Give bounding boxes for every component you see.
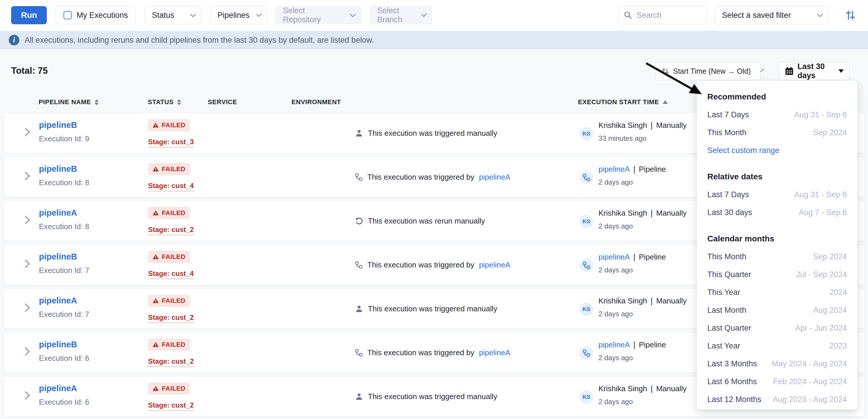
chevron-down-icon	[256, 11, 261, 17]
pipeline-name-link[interactable]: pipelineA	[39, 296, 77, 305]
menu-item-last-3-months[interactable]: Last 3 MonthsMay 2024 - Aug 2024	[707, 355, 847, 373]
expand-row-chevron-icon[interactable]	[21, 260, 30, 268]
menu-item-last-12-months[interactable]: Last 12 MonthsAug 2023 - Aug 2024	[707, 391, 847, 409]
starter-pipeline-link[interactable]: pipelineA	[598, 253, 630, 262]
failed-stage-link[interactable]: Stage: cust_2	[148, 401, 194, 411]
menu-item-last-6-months[interactable]: Last 6 MonthsFeb 2024 - Aug 2024	[707, 373, 847, 391]
menu-item-last-30-days[interactable]: Last 30 daysAug 7 - Sep 6	[707, 204, 847, 222]
menu-item-this-quarter[interactable]: This QuarterJul - Sep 2024	[707, 266, 847, 284]
select-branch-dropdown[interactable]: Select Branch	[370, 6, 432, 24]
my-executions-filter[interactable]: My Executions	[56, 6, 136, 24]
user-avatar: KS	[580, 127, 593, 140]
pipeline-name-link[interactable]: pipelineA	[39, 208, 77, 218]
trigger-info: This execution was triggered manually	[355, 304, 497, 313]
starter-pipeline-link[interactable]: pipelineA	[598, 165, 630, 174]
menu-section-header-relative-dates: Relative dates	[707, 168, 847, 186]
select-repository-dropdown[interactable]: Select Repository	[276, 6, 361, 24]
menu-item-label: Last Year	[707, 342, 740, 351]
starter-type-label: Manually	[656, 384, 687, 393]
pipeline-trigger-icon	[583, 174, 590, 182]
pipeline-name-link[interactable]: pipelineB	[39, 340, 77, 349]
info-banner: i All executions, including reruns and c…	[0, 31, 868, 49]
menu-item-range: 2024	[829, 288, 847, 297]
failed-stage-link[interactable]: Stage: cust_2	[148, 313, 194, 323]
pipeline-name-link[interactable]: pipelineB	[39, 120, 77, 130]
execution-id-label: Execution Id: 6	[39, 354, 89, 363]
search-box[interactable]	[618, 6, 707, 24]
date-range-label: Last 30 days	[798, 62, 833, 80]
menu-item-last-7-days[interactable]: Last 7 DaysAug 31 - Sep 6	[707, 106, 847, 124]
status-badge: FAILED	[148, 207, 190, 219]
starter-info: pipelineA|Pipeline	[598, 253, 666, 262]
pipeline-name-link[interactable]: pipelineB	[39, 252, 77, 262]
status-dropdown-label: Status	[152, 11, 175, 20]
caret-down-icon	[838, 69, 844, 73]
menu-item-label: This Month	[707, 252, 747, 261]
select-repository-label: Select Repository	[283, 6, 343, 24]
status-badge-label: FAILED	[162, 209, 186, 217]
column-header-status[interactable]: STATUS	[148, 95, 181, 109]
expand-row-chevron-icon[interactable]	[21, 391, 30, 400]
failed-stage-link[interactable]: Stage: cust_2	[148, 226, 194, 235]
pipeline-trigger-icon	[355, 173, 363, 181]
trigger-pipeline-link[interactable]: pipelineA	[479, 173, 510, 182]
trigger-text: This execution was triggered manually	[368, 304, 497, 313]
status-dropdown[interactable]: Status	[145, 6, 202, 24]
starter-separator: |	[633, 340, 636, 349]
filter-settings-icon[interactable]	[845, 9, 856, 21]
my-executions-checkbox[interactable]	[63, 11, 72, 19]
sort-both-icon[interactable]	[177, 99, 181, 105]
trigger-info: This execution was triggered bypipelineA	[355, 348, 510, 357]
starter-type-label: Pipeline	[639, 165, 666, 174]
menu-item-last-month[interactable]: Last MonthAug 2024	[707, 301, 847, 319]
menu-item-last-7-days[interactable]: Last 7 DaysAug 31 - Sep 6	[707, 186, 847, 204]
expand-row-chevron-icon[interactable]	[21, 172, 30, 181]
total-count: Total: 75	[11, 66, 48, 76]
execution-id-label: Execution Id: 8	[39, 178, 89, 187]
column-header-pipeline-name[interactable]: PIPELINE NAME	[39, 95, 99, 109]
failed-stage-link[interactable]: Stage: cust_3	[148, 138, 194, 148]
pipeline-name-link[interactable]: pipelineA	[39, 384, 77, 393]
column-header-environment[interactable]: ENVIRONMENT	[291, 95, 341, 109]
saved-filter-dropdown[interactable]: Select a saved filter	[715, 6, 828, 24]
trigger-pipeline-link[interactable]: pipelineA	[479, 348, 510, 357]
menu-item-last-quarter[interactable]: Last QuarterApr - Jun 2024	[707, 319, 847, 337]
column-header-service[interactable]: SERVICE	[208, 95, 237, 109]
expand-row-chevron-icon[interactable]	[21, 303, 30, 312]
user-icon	[355, 129, 363, 137]
pipelines-dropdown[interactable]: Pipelines	[210, 6, 267, 24]
trigger-pipeline-link[interactable]: pipelineA	[479, 260, 510, 269]
sort-asc-arrow	[177, 99, 181, 102]
search-icon	[624, 11, 632, 20]
expand-row-chevron-icon[interactable]	[21, 216, 30, 224]
chevron-down-icon	[421, 11, 427, 17]
starter-info: Krishika Singh|Manually	[598, 296, 687, 305]
failed-stage-link[interactable]: Stage: cust_4	[148, 269, 194, 279]
sort-dropdown[interactable]: Start Time (New → Old)	[655, 62, 761, 80]
sort-both-icon[interactable]	[95, 99, 99, 105]
saved-filter-label: Select a saved filter	[722, 11, 791, 20]
pipeline-name-link[interactable]: pipelineB	[39, 164, 77, 174]
pipeline-trigger-icon	[355, 261, 363, 268]
starter-info: Krishika Singh|Manually	[598, 208, 687, 218]
menu-item-this-year[interactable]: This Year2024	[707, 284, 847, 301]
menu-item-this-month[interactable]: This MonthSep 2024	[707, 124, 847, 141]
column-header-label: SERVICE	[208, 98, 237, 106]
column-header-execution-start-time[interactable]: EXECUTION START TIME	[578, 95, 668, 109]
run-button[interactable]: Run	[11, 6, 47, 24]
expand-row-chevron-icon[interactable]	[21, 347, 30, 356]
status-badge: FAILED	[148, 251, 190, 263]
search-input[interactable]	[636, 10, 695, 20]
info-banner-text: All executions, including reruns and chi…	[25, 36, 374, 45]
menu-item-select-custom-range[interactable]: Select custom range	[707, 141, 847, 159]
date-range-button[interactable]: Last 30 days	[779, 62, 849, 80]
menu-item-last-year[interactable]: Last Year2023	[707, 337, 847, 355]
menu-item-label: Last Month	[707, 306, 747, 315]
starter-pipeline-link[interactable]: pipelineA	[598, 340, 630, 349]
expand-row-chevron-icon[interactable]	[21, 128, 30, 137]
menu-item-this-month[interactable]: This MonthSep 2024	[707, 248, 847, 266]
starter-name: Krishika Singh	[598, 296, 647, 305]
calendar-icon	[784, 66, 794, 76]
failed-stage-link[interactable]: Stage: cust_4	[148, 182, 194, 191]
failed-stage-link[interactable]: Stage: cust_2	[148, 357, 194, 367]
